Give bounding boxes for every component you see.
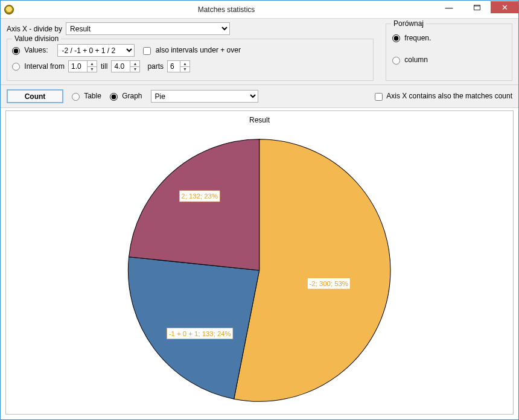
pie-slice [129, 139, 260, 270]
compare-column-input[interactable] [392, 57, 400, 65]
pie-data-label: -2; 300; 53% [310, 280, 349, 287]
table-radio-input[interactable] [72, 93, 80, 101]
pie-data-label: 2; 132; 23% [182, 192, 218, 200]
table-radio-label: Table [84, 92, 101, 100]
interval-radio[interactable]: Interval from [12, 62, 65, 71]
graph-type-select[interactable]: Pie [151, 90, 258, 103]
pie-chart: -2; 300; 53%-1 + 0 + 1; 133; 24%2; 132; … [103, 127, 415, 414]
window-controls: — ✕ [435, 1, 518, 18]
axis-config: Axis X - divide by Result Value division… [7, 22, 374, 80]
compare-frequen-radio[interactable]: frequen. [392, 34, 431, 42]
interval-radio-label: Interval from [24, 62, 65, 71]
chevron-up-icon[interactable]: ▲ [87, 61, 97, 67]
axis-x-select[interactable]: Result [66, 22, 230, 35]
chevron-down-icon[interactable]: ▼ [180, 67, 189, 72]
chevron-down-icon[interactable]: ▼ [87, 67, 97, 72]
count-button[interactable]: Count [7, 89, 63, 103]
graph-radio-label: Graph [122, 92, 142, 100]
compare-group: Porównaj frequen. column [386, 24, 512, 81]
values-select[interactable]: -2 / -1 + 0 + 1 / 2 [57, 44, 135, 57]
chart-frame: Result -2; 300; 53%-1 + 0 + 1; 133; 24%2… [5, 110, 514, 415]
compare-frequen-input[interactable] [392, 34, 400, 42]
window-title: Matches statistics [18, 5, 435, 14]
pie-data-label: -1 + 0 + 1; 133; 24% [169, 330, 231, 337]
maximize-button[interactable] [463, 1, 491, 13]
also-intervals-input[interactable] [143, 47, 151, 55]
parts-input[interactable] [168, 61, 180, 72]
also-intervals-label: also intervals under + over [156, 46, 241, 54]
compare-column-label: column [404, 56, 428, 64]
value-division-group: Value division Values: -2 / -1 + 0 + 1 /… [7, 39, 374, 81]
value-division-legend: Value division [12, 34, 61, 43]
compare-column-radio[interactable]: column [392, 56, 428, 64]
interval-radio-input[interactable] [12, 63, 20, 71]
compare-frequen-label: frequen. [404, 34, 431, 42]
axis-x-matches-label: Axis X contains also the matches count [386, 92, 512, 100]
values-radio[interactable]: Values: [12, 46, 48, 54]
minimize-button[interactable]: — [435, 1, 463, 13]
close-button[interactable]: ✕ [491, 1, 518, 13]
axis-x-label: Axis X - divide by [7, 25, 62, 33]
values-radio-label: Values: [24, 46, 48, 54]
titlebar: Matches statistics — ✕ [1, 1, 518, 19]
toolbar: Count Table Graph Pie Axis X contains al… [1, 85, 518, 108]
chevron-up-icon[interactable]: ▲ [180, 61, 189, 67]
till-label: till [101, 62, 107, 71]
chevron-up-icon[interactable]: ▲ [130, 61, 139, 67]
axis-x-matches-input[interactable] [375, 93, 383, 101]
app-icon [4, 5, 14, 14]
interval-from-input[interactable] [69, 61, 87, 72]
top-panel: Axis X - divide by Result Value division… [1, 19, 518, 85]
chart-title: Result [249, 116, 270, 124]
parts-spinner[interactable]: ▲▼ [167, 60, 190, 72]
chart-area: Result -2; 300; 53%-1 + 0 + 1; 133; 24%2… [1, 108, 518, 419]
graph-radio-input[interactable] [110, 93, 118, 101]
values-radio-input[interactable] [12, 47, 20, 55]
also-intervals-check[interactable]: also intervals under + over [143, 46, 240, 54]
interval-from-spinner[interactable]: ▲▼ [68, 60, 97, 72]
axis-x-matches-check[interactable]: Axis X contains also the matches count [375, 92, 512, 100]
interval-to-spinner[interactable]: ▲▼ [111, 60, 140, 72]
chevron-down-icon[interactable]: ▼ [130, 67, 139, 72]
compare-legend: Porównaj [391, 19, 426, 28]
compare-config: Porównaj frequen. column [386, 22, 512, 80]
interval-to-input[interactable] [112, 61, 130, 72]
parts-label: parts [147, 62, 164, 71]
table-radio[interactable]: Table [72, 92, 101, 100]
graph-radio[interactable]: Graph [110, 92, 142, 100]
